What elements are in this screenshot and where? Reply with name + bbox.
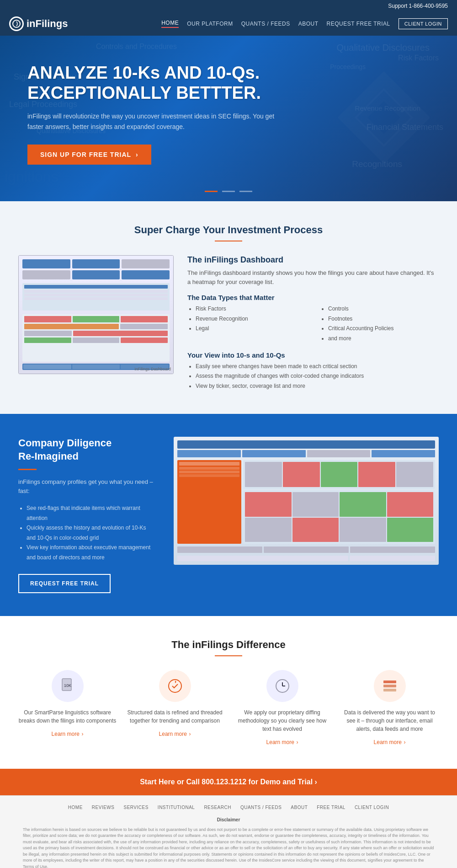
- diligence-info: Company Diligence Re-Imagined inFilings …: [18, 437, 155, 593]
- data-type-6: Critical Accounting Policies: [328, 324, 439, 334]
- hero-section: Controls and Procedures Qualitative Disc…: [0, 36, 457, 201]
- diligence-screenshot-inner: [174, 437, 439, 565]
- diligence-bullet-1: See red-flags that indicate items which …: [27, 504, 155, 523]
- footer-disclaimer: Disclaimer The information herein is bas…: [23, 816, 434, 868]
- svg-rect-9: [383, 680, 396, 683]
- feature-item-3: Data is delivered the way you want to se…: [340, 670, 439, 746]
- feature-icon-1: [159, 670, 191, 702]
- hero-dot-2[interactable]: [222, 191, 235, 192]
- bg-word-1: Controls and Procedures: [96, 43, 177, 51]
- bg-word-12: ignitions: [5, 168, 58, 185]
- disclaimer-title: Disclaimer: [23, 816, 434, 823]
- svg-point-0: [13, 20, 20, 27]
- features-grid: 10K Our SmartParse linguistics software …: [18, 670, 439, 746]
- logo-icon: [9, 16, 24, 31]
- diligence-bullet-2: Quickly assess the history and evolution…: [27, 523, 155, 543]
- feature-icon-2: [266, 670, 298, 702]
- diligence-screenshot: [174, 437, 439, 565]
- diligence-section: Company Diligence Re-Imagined inFilings …: [0, 414, 457, 616]
- feature-icon-3: [374, 670, 406, 702]
- footer-link-about[interactable]: ABOUT: [291, 805, 308, 810]
- view-bullet-1: Easily see where changes have been made …: [196, 362, 439, 372]
- footer-link-services[interactable]: SERVICES: [123, 805, 148, 810]
- dashboard-screenshot: inFilings Dashboard: [18, 255, 174, 374]
- dashboard-desc: The inFilings dashboard instantly shows …: [187, 268, 439, 286]
- bg-word-2: Qualitative Disclosures: [337, 43, 430, 53]
- data-type-4: Controls: [328, 304, 439, 314]
- learn-more-3[interactable]: Learn more: [374, 739, 402, 745]
- feature-item-0: 10K Our SmartParse linguistics software …: [18, 670, 117, 746]
- supercharge-section: Super Charge Your Investment Process: [0, 201, 457, 414]
- footer-link-research[interactable]: RESEARCH: [204, 805, 231, 810]
- dashboard-title: The inFilings Dashboard: [187, 255, 439, 265]
- difference-divider: [215, 655, 242, 656]
- nav-request-trial[interactable]: REQUEST FREE TRIAL: [327, 21, 390, 27]
- main-nav: HOME OUR PLATFORM QUANTS / FEEDS ABOUT R…: [161, 18, 448, 29]
- nav-quants[interactable]: QUANTS / FEEDS: [241, 21, 290, 27]
- hero-content: ANALYZE 10-Ks AND 10-Qs. EXCEPTIONALLY B…: [27, 63, 283, 165]
- learn-more-1[interactable]: Learn more: [159, 731, 187, 737]
- footer-link-institutional[interactable]: INSTITUTIONAL: [158, 805, 195, 810]
- hero-carousel-dots: [205, 191, 252, 192]
- bg-word-4: Proceedings: [330, 63, 366, 70]
- bg-word-5: Risk Factors: [398, 54, 439, 62]
- learn-more-2[interactable]: Learn more: [266, 739, 294, 745]
- dashboard-content: inFilings Dashboard The inFilings Dashbo…: [18, 255, 439, 391]
- request-trial-button[interactable]: REQUEST FREE TRIAL: [18, 574, 111, 593]
- header-main: inFilings HOME OUR PLATFORM QUANTS / FEE…: [0, 12, 457, 36]
- cta-banner-text[interactable]: Start Here or Call 800.123.1212 for Demo…: [18, 778, 439, 786]
- support-text: Support 1-866-400-9595: [388, 3, 448, 9]
- hero-dot-3[interactable]: [239, 191, 252, 192]
- diligence-bullet-3: View key information about executive man…: [27, 543, 155, 563]
- learn-more-arrow-1: ›: [189, 731, 191, 737]
- data-type-5: Footnotes: [328, 314, 439, 324]
- diligence-heading: Company Diligence Re-Imagined: [18, 437, 155, 463]
- footer-nav-links: HOME REVIEWS SERVICES INSTITUTIONAL RESE…: [18, 805, 439, 810]
- supercharge-divider: [215, 241, 242, 241]
- feature-item-1: Structured data is refined and threaded …: [126, 670, 224, 746]
- diligence-bullets: See red-flags that indicate items which …: [18, 504, 155, 563]
- disclaimer-p1: The information herein is based on sourc…: [23, 827, 434, 868]
- view-bullet-2: Assess the magnitude of changes with col…: [196, 371, 439, 381]
- data-type-2: Revenue Recognition: [196, 314, 306, 324]
- feature-desc-2: We apply our proprietary diffing methodo…: [233, 708, 331, 733]
- dashboard-screenshot-inner: [19, 256, 173, 374]
- hero-arrow-decoration: [338, 72, 430, 165]
- logo-text: inFilings: [27, 18, 68, 30]
- diligence-subtext: inFilings company profiles get you what …: [18, 477, 155, 497]
- footer-link-reviews[interactable]: REVIEWS: [92, 805, 115, 810]
- footer-link-free-trial[interactable]: FREE TRIAL: [317, 805, 345, 810]
- cta-banner[interactable]: Start Here or Call 800.123.1212 for Demo…: [0, 769, 457, 795]
- data-types-list: Risk Factors Revenue Recognition Legal C…: [187, 304, 439, 343]
- diligence-divider: [18, 469, 37, 470]
- data-type-3: Legal: [196, 324, 306, 334]
- difference-section: The inFilings Difference 10K Our SmartPa…: [0, 616, 457, 769]
- logo[interactable]: inFilings: [9, 16, 68, 31]
- header-top-bar: Support 1-866-400-9595: [0, 0, 457, 12]
- learn-more-0[interactable]: Learn more: [52, 731, 80, 737]
- hero-heading: ANALYZE 10-Ks AND 10-Qs. EXCEPTIONALLY B…: [27, 63, 283, 103]
- footer-link-home[interactable]: HOME: [68, 805, 83, 810]
- hero-subtext: inFilings will revolutionize the way you…: [27, 111, 283, 132]
- learn-more-arrow-3: ›: [404, 739, 405, 745]
- hero-cta-button[interactable]: SIGN UP FOR FREE TRIAL ›: [27, 145, 151, 165]
- footer-link-quants[interactable]: QUANTS / FEEDS: [240, 805, 282, 810]
- nav-about[interactable]: ABOUT: [298, 21, 319, 27]
- feature-icon-0: 10K: [52, 670, 84, 702]
- supercharge-heading: Super Charge Your Investment Process: [18, 224, 439, 236]
- nav-platform[interactable]: OUR PLATFORM: [187, 21, 233, 27]
- svg-text:10K: 10K: [64, 683, 71, 688]
- feature-desc-0: Our SmartParse linguistics software brea…: [18, 708, 117, 725]
- hero-dot-1[interactable]: [205, 191, 218, 192]
- data-type-7: and more: [328, 334, 439, 344]
- learn-more-arrow-0: ›: [81, 731, 83, 737]
- data-type-1: Risk Factors: [196, 304, 306, 314]
- client-login-button[interactable]: CLIENT LOGIN: [399, 18, 448, 29]
- nav-home[interactable]: HOME: [161, 20, 179, 28]
- dashboard-info: The inFilings Dashboard The inFilings da…: [187, 255, 439, 391]
- view-title: Your View into 10-s and 10-Qs: [187, 351, 439, 359]
- learn-more-arrow-2: ›: [296, 739, 298, 745]
- data-types-title: The Data Types that Matter: [187, 294, 439, 301]
- svg-rect-10: [383, 685, 396, 687]
- footer-link-client-login[interactable]: CLIENT LOGIN: [355, 805, 389, 810]
